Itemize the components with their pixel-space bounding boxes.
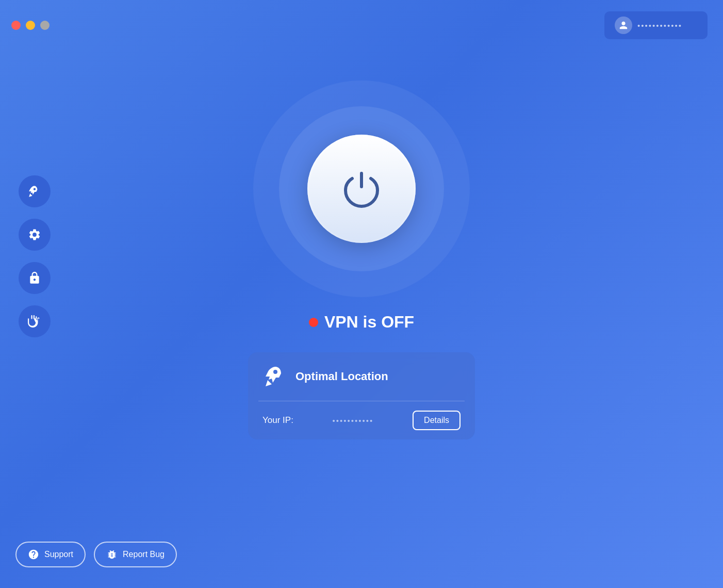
location-name: Optimal Location <box>295 370 388 383</box>
location-rocket-icon <box>264 365 287 388</box>
sidebar-item-settings[interactable] <box>19 219 51 251</box>
title-bar: •••••••••••• <box>0 0 723 39</box>
main-content: VPN is OFF Optimal Location Your IP: •••… <box>0 39 723 439</box>
window-controls <box>11 21 50 30</box>
details-button[interactable]: Details <box>413 411 461 430</box>
vpn-status: VPN is OFF <box>309 313 414 332</box>
sidebar-item-security[interactable] <box>19 262 51 294</box>
maximize-button[interactable] <box>40 21 50 30</box>
support-icon <box>28 549 39 560</box>
sidebar-item-speed[interactable] <box>19 175 51 207</box>
user-avatar <box>615 17 632 34</box>
ip-value: ••••••••••• <box>333 416 374 425</box>
user-badge[interactable]: •••••••••••• <box>604 11 708 39</box>
power-button[interactable] <box>307 135 416 243</box>
location-header[interactable]: Optimal Location <box>248 352 475 401</box>
hand-icon <box>28 315 41 328</box>
power-middle-ring <box>279 106 444 271</box>
gear-icon <box>28 228 41 241</box>
ip-label: Your IP: <box>262 415 293 426</box>
power-outer-ring <box>253 80 470 297</box>
report-bug-label: Report Bug <box>123 550 165 559</box>
status-dot <box>309 318 318 327</box>
sidebar-item-privacy[interactable] <box>19 305 51 337</box>
report-bug-button[interactable]: Report Bug <box>94 542 177 567</box>
user-icon <box>619 21 628 30</box>
lock-icon <box>28 271 41 285</box>
report-bug-icon <box>106 549 118 560</box>
user-email: •••••••••••• <box>637 21 682 30</box>
rocket-icon <box>28 185 41 198</box>
minimize-button[interactable] <box>26 21 35 30</box>
vpn-status-text: VPN is OFF <box>324 313 414 332</box>
bottom-bar: Support Report Bug <box>15 542 177 567</box>
sidebar <box>19 175 51 337</box>
power-icon <box>341 168 382 209</box>
support-button[interactable]: Support <box>15 542 86 567</box>
close-button[interactable] <box>11 21 21 30</box>
location-card: Optimal Location Your IP: ••••••••••• De… <box>248 352 475 439</box>
support-label: Support <box>44 550 73 559</box>
ip-row: Your IP: ••••••••••• Details <box>248 401 475 439</box>
